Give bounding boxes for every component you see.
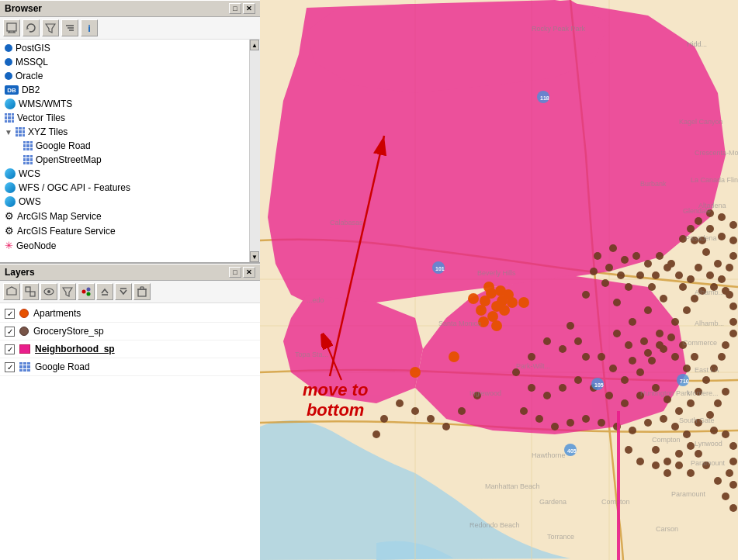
svg-point-154	[714, 477, 722, 485]
browser-section: Browser □ ✕ i	[0, 0, 260, 264]
scroll-down-btn[interactable]: ▼	[250, 251, 259, 262]
grocerystore-checkbox[interactable]: ✓	[5, 327, 15, 337]
svg-text:Montere...: Montere...	[687, 389, 719, 397]
browser-item-ows[interactable]: OWS	[0, 195, 249, 209]
svg-point-34	[590, 268, 598, 275]
browser-item-vector-tiles[interactable]: Vector Tiles	[0, 111, 249, 125]
svg-point-46	[640, 337, 648, 345]
wcs-label: WCS	[19, 168, 40, 179]
svg-point-186	[491, 320, 502, 331]
layer-item-neighborhood[interactable]: ✓ Neighborhood_sp	[0, 340, 260, 358]
browser-item-xyz-tiles[interactable]: ▼ XYZ Tiles	[0, 125, 249, 139]
digitize-button[interactable]	[22, 283, 39, 300]
svg-text:Pasadena: Pasadena	[685, 234, 717, 242]
google-road-checkbox[interactable]: ✓	[5, 362, 15, 372]
svg-text:Lynwood: Lynwood	[695, 440, 722, 448]
arcgis-map-icon: ⚙	[5, 210, 14, 222]
svg-point-52	[675, 271, 683, 279]
close-button[interactable]: ✕	[243, 3, 255, 14]
openstreetmap-label: OpenStreetMap	[36, 154, 102, 165]
neighborhood-checkbox[interactable]: ✓	[5, 344, 15, 354]
svg-point-150	[411, 407, 419, 415]
new-connection-button[interactable]	[3, 19, 20, 36]
grocerystore-symbol	[19, 327, 29, 336]
browser-item-openstreetmap[interactable]: OpenStreetMap	[0, 153, 249, 167]
layer-visibility-button[interactable]	[40, 283, 57, 300]
svg-point-94	[543, 337, 551, 345]
svg-point-74	[667, 334, 675, 341]
collapse-button[interactable]	[61, 19, 78, 36]
xyz-expand-icon: ▼	[5, 128, 12, 137]
google-road-layer-label: Google Road	[35, 361, 90, 372]
svg-point-117	[726, 291, 733, 299]
svg-point-56	[605, 264, 613, 271]
db2-icon: DB	[5, 85, 19, 95]
scroll-up-btn[interactable]: ▲	[250, 40, 259, 50]
svg-point-54	[652, 271, 660, 279]
svg-text:South Gate: South Gate	[679, 417, 715, 424]
svg-point-153	[372, 430, 380, 438]
remove-layer-button[interactable]	[133, 283, 151, 300]
layers-close-button[interactable]: ✕	[243, 267, 255, 278]
layer-item-apartments[interactable]: ✓ Apartments	[0, 305, 260, 323]
browser-item-geonode[interactable]: ✳ GeoNode	[0, 238, 249, 253]
svg-point-66	[621, 376, 629, 384]
browser-item-db2[interactable]: DB DB2	[0, 83, 249, 97]
svg-text:Kagel Canyon: Kagel Canyon	[679, 118, 723, 126]
layer-filter-button[interactable]	[59, 283, 76, 300]
svg-text:Santa Monica: Santa Monica	[438, 320, 481, 327]
layer-item-grocerystore[interactable]: ✓ GroceryStore_sp	[0, 323, 260, 340]
browser-item-google-road[interactable]: Google Road	[0, 139, 249, 153]
svg-point-43	[629, 318, 636, 326]
svg-point-122	[582, 415, 590, 423]
svg-text:Altadena: Altadena	[698, 202, 726, 209]
svg-point-120	[551, 423, 559, 430]
browser-item-wfs[interactable]: WFS / OGC API - Features	[0, 181, 249, 195]
svg-rect-8	[26, 287, 30, 292]
svg-text:Commerce: Commerce	[683, 339, 717, 347]
browser-scrollbar[interactable]: ▲ ▼	[249, 40, 260, 262]
browser-tree: PostGIS MSSQL Oracle DB DB2 WMS/WMTS	[0, 40, 249, 262]
svg-point-39	[636, 271, 644, 279]
svg-text:710: 710	[680, 379, 689, 384]
move-down-button[interactable]	[115, 283, 132, 300]
browser-item-oracle[interactable]: Oracle	[0, 69, 249, 83]
open-layer-button[interactable]	[3, 283, 20, 300]
svg-point-63	[667, 260, 675, 268]
restore-button[interactable]: □	[229, 3, 241, 14]
browser-item-arcgis-feature[interactable]: ⚙ ArcGIS Feature Service	[0, 223, 249, 238]
svg-point-112	[718, 353, 726, 361]
svg-point-70	[671, 353, 679, 361]
left-panel: Browser □ ✕ i	[0, 0, 260, 560]
info-button[interactable]: i	[81, 19, 98, 36]
browser-item-postgis[interactable]: PostGIS	[0, 41, 249, 55]
layers-restore-button[interactable]: □	[229, 267, 241, 278]
svg-point-95	[528, 353, 535, 361]
svg-point-75	[656, 341, 664, 349]
browser-item-arcgis-map[interactable]: ⚙ ArcGIS Map Service	[0, 209, 249, 223]
apartments-checkbox[interactable]: ✓	[5, 309, 15, 319]
filter-button[interactable]	[42, 19, 59, 36]
svg-point-82	[695, 264, 702, 271]
browser-toolbar: i	[0, 17, 260, 40]
geonode-icon: ✳	[5, 240, 13, 251]
refresh-button[interactable]	[23, 19, 40, 36]
svg-point-189	[410, 367, 421, 378]
svg-point-97	[528, 384, 535, 392]
svg-point-143	[652, 461, 660, 469]
svg-point-76	[644, 349, 652, 357]
svg-point-134	[652, 446, 660, 454]
svg-text:Park-Wilt...: Park-Wilt...	[516, 362, 550, 370]
svg-point-38	[625, 283, 632, 291]
svg-text:101: 101	[435, 266, 445, 271]
layers-header: Layers □ ✕	[0, 264, 260, 281]
browser-item-wms[interactable]: WMS/WMTS	[0, 97, 249, 111]
scroll-track[interactable]	[250, 50, 260, 251]
browser-item-mssql[interactable]: MSSQL	[0, 55, 249, 69]
layer-style-button[interactable]	[78, 283, 95, 300]
svg-text:Crescenta-Montrose: Crescenta-Montrose	[695, 149, 738, 157]
svg-point-129	[683, 430, 691, 438]
layer-item-google-road[interactable]: ✓ Google Road	[0, 358, 260, 376]
browser-item-wcs[interactable]: WCS	[0, 167, 249, 181]
move-up-button[interactable]	[96, 283, 113, 300]
